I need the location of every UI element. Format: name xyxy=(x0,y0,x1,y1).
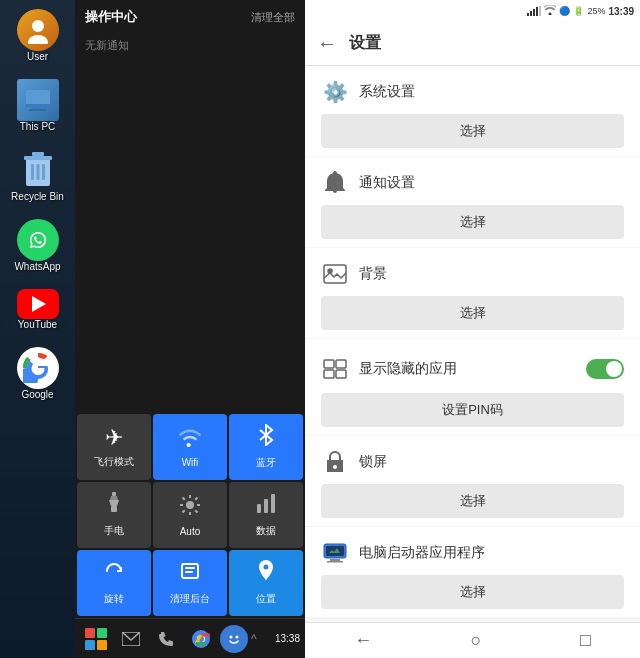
set-pin-button[interactable]: 设置PIN码 xyxy=(321,393,624,427)
taskbar-time: 13:38 xyxy=(275,633,300,644)
taskbar-emoji-button[interactable] xyxy=(220,625,248,653)
svg-rect-5 xyxy=(29,109,47,111)
svg-rect-14 xyxy=(112,492,116,496)
clear-all-button[interactable]: 清理全部 xyxy=(251,10,295,25)
system-settings-title: 系统设置 xyxy=(359,83,415,101)
svg-rect-45 xyxy=(336,370,346,378)
quick-tile-location[interactable]: 位置 xyxy=(229,550,303,616)
show-hidden-apps-toggle[interactable] xyxy=(586,359,624,379)
system-settings-section: ⚙️ 系统设置 选择 xyxy=(305,66,640,156)
rotate-label: 旋转 xyxy=(104,592,124,606)
quick-tile-flight-mode[interactable]: ✈ 飞行模式 xyxy=(77,414,151,480)
svg-point-0 xyxy=(32,20,44,32)
flight-mode-label: 飞行模式 xyxy=(94,455,134,469)
settings-content: ⚙️ 系统设置 选择 通知设置 选择 xyxy=(305,66,640,622)
quick-tile-auto-brightness[interactable]: Auto xyxy=(153,482,227,548)
android-recent-button[interactable]: □ xyxy=(560,626,611,655)
svg-rect-10 xyxy=(36,164,39,180)
back-button[interactable]: ← xyxy=(317,32,337,55)
svg-line-22 xyxy=(195,497,197,499)
auto-brightness-label: Auto xyxy=(180,526,201,537)
svg-rect-8 xyxy=(32,152,44,156)
quick-tile-wifi[interactable]: Wifi xyxy=(153,414,227,480)
svg-rect-37 xyxy=(533,9,535,16)
pc-launcher-select-button[interactable]: 选择 xyxy=(321,575,624,609)
recycle-bin-icon xyxy=(17,149,59,191)
svg-rect-42 xyxy=(324,360,334,368)
system-settings-icon: ⚙️ xyxy=(321,78,349,106)
quick-tile-rotate[interactable]: 旋转 xyxy=(77,550,151,616)
svg-rect-36 xyxy=(530,11,532,16)
taskbar-email-button[interactable] xyxy=(115,623,147,655)
google-icon-label: Google xyxy=(21,389,53,401)
recycle-bin-label: Recycle Bin xyxy=(11,191,64,203)
notification-settings-icon xyxy=(321,169,349,197)
svg-rect-24 xyxy=(257,504,261,513)
taskbar-phone-button[interactable] xyxy=(150,623,182,655)
data-icon xyxy=(255,492,277,520)
show-hidden-apps-icon xyxy=(321,355,349,383)
background-section: 背景 选择 xyxy=(305,248,640,338)
notification-settings-select-button[interactable]: 选择 xyxy=(321,205,624,239)
show-hidden-apps-section: 显示隐藏的应用 设置PIN码 xyxy=(305,339,640,435)
taskbar-chrome-button[interactable] xyxy=(185,623,217,655)
start-button[interactable] xyxy=(80,623,112,655)
svg-rect-3 xyxy=(26,104,50,107)
svg-rect-39 xyxy=(539,6,541,16)
quick-settings-grid: ✈ 飞行模式 Wifi 蓝牙 xyxy=(75,412,305,618)
battery-percent: 25% xyxy=(587,6,605,16)
desktop-icon-recycle-bin[interactable]: Recycle Bin xyxy=(3,145,73,207)
quick-tile-bluetooth[interactable]: 蓝牙 xyxy=(229,414,303,480)
notification-settings-title: 通知设置 xyxy=(359,174,415,192)
quick-tile-torch[interactable]: 手电 xyxy=(77,482,151,548)
desktop-icon-google[interactable]: Google xyxy=(3,343,73,405)
svg-point-1 xyxy=(28,35,48,44)
signal-icon xyxy=(527,6,541,16)
show-hidden-icons-button[interactable]: ^ xyxy=(251,632,257,646)
notification-title: 操作中心 xyxy=(85,8,137,26)
svg-point-34 xyxy=(236,635,239,638)
desktop-icon-this-pc[interactable]: This PC xyxy=(3,75,73,137)
svg-point-32 xyxy=(226,631,242,647)
youtube-icon xyxy=(17,289,59,319)
lock-screen-select-button[interactable]: 选择 xyxy=(321,484,624,518)
svg-rect-9 xyxy=(31,164,34,180)
android-settings-panel: 🔵 🔋 25% 13:39 ← 设置 ⚙️ 系统设置 选择 xyxy=(305,0,640,658)
battery-icon: 🔋 xyxy=(573,6,584,16)
user-icon-label: User xyxy=(27,51,48,63)
android-back-button[interactable]: ← xyxy=(334,626,392,655)
rotate-icon xyxy=(103,560,125,588)
pc-launcher-title: 电脑启动器应用程序 xyxy=(359,544,485,562)
system-settings-select-button[interactable]: 选择 xyxy=(321,114,624,148)
background-select-button[interactable]: 选择 xyxy=(321,296,624,330)
android-navbar: ← ○ □ xyxy=(305,622,640,658)
svg-point-15 xyxy=(186,501,194,509)
desktop-icon-youtube[interactable]: YouTube xyxy=(3,285,73,335)
background-title: 背景 xyxy=(359,265,387,283)
android-home-button[interactable]: ○ xyxy=(451,626,502,655)
svg-rect-40 xyxy=(324,265,346,283)
windows-taskbar: ^ 13:38 xyxy=(75,618,305,658)
show-hidden-apps-title: 显示隐藏的应用 xyxy=(359,360,457,378)
torch-label: 手电 xyxy=(104,524,124,538)
svg-rect-26 xyxy=(271,494,275,513)
android-time: 13:39 xyxy=(608,6,634,17)
svg-point-33 xyxy=(230,635,233,638)
pc-launcher-header: 电脑启动器应用程序 xyxy=(321,539,624,567)
windows-desktop: User This PC Recycle Bin xyxy=(0,0,75,658)
settings-title: 设置 xyxy=(349,33,381,54)
svg-line-23 xyxy=(183,510,185,512)
svg-rect-48 xyxy=(330,559,340,561)
svg-rect-35 xyxy=(527,13,529,16)
quick-tile-clear-backend[interactable]: 清理后台 xyxy=(153,550,227,616)
wifi-icon xyxy=(179,427,201,453)
desktop-icon-user[interactable]: User xyxy=(3,5,73,67)
background-icon xyxy=(321,260,349,288)
desktop-icon-whatsapp[interactable]: WhatsApp xyxy=(3,215,73,277)
clear-backend-icon xyxy=(180,560,200,588)
quick-tile-data[interactable]: 数据 xyxy=(229,482,303,548)
svg-rect-11 xyxy=(42,164,45,180)
svg-line-20 xyxy=(183,497,185,499)
brightness-icon xyxy=(179,494,201,522)
show-hidden-apps-row: 显示隐藏的应用 xyxy=(321,351,624,387)
